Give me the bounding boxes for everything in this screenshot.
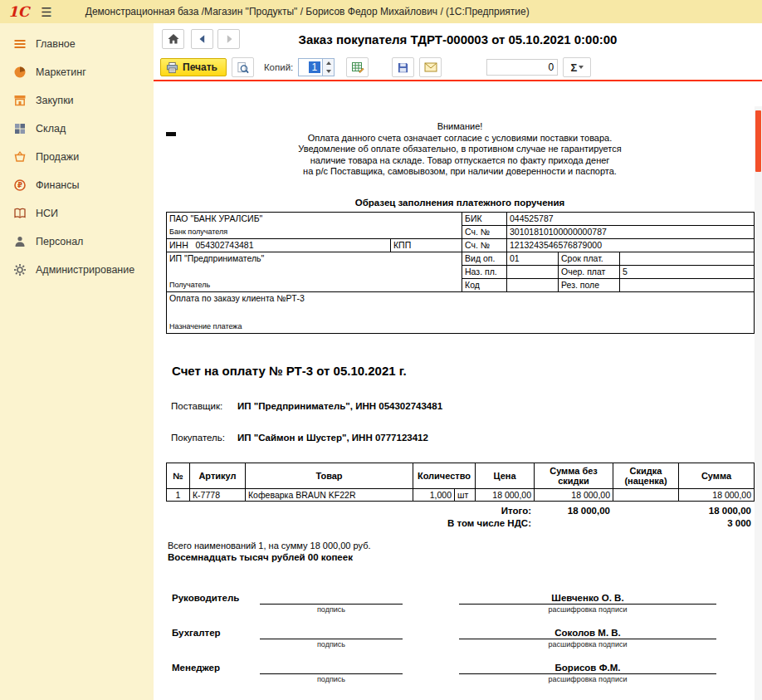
scrollbar-thumb[interactable]: [755, 110, 761, 172]
sidebar-item-personnel[interactable]: Персонал: [0, 228, 154, 256]
copies-value: 1: [309, 61, 321, 73]
copies-decrement-button[interactable]: [323, 67, 334, 76]
amount-in-words: Восемнадцать тысяч рублей 00 копеек: [166, 552, 754, 562]
sidebar-item-label: Финансы: [36, 179, 79, 191]
signature-decrypt-sublabel: расшифровка подписи: [459, 674, 716, 683]
purpose-sublabel: Назначение платежа: [169, 322, 751, 330]
sidebar-item-label: Главное: [36, 38, 76, 50]
cell-sum-no-discount: 18 000,00: [535, 488, 613, 501]
sidebar-item-main[interactable]: Главное: [0, 30, 154, 58]
col-sum: Сумма: [679, 463, 755, 488]
nds-row: В том числе НДС: 3 000: [166, 518, 754, 528]
chevron-down-icon: [579, 66, 584, 69]
printer-icon: [166, 61, 178, 74]
window-title: Заказ покупателя ТДРТ-000003 от 05.10.20…: [154, 32, 762, 47]
cell-unit: шт: [455, 488, 476, 501]
vid-op-label-cell: Вид оп.: [462, 252, 507, 265]
rez-pole-label-cell: Рез. поле: [559, 278, 620, 291]
print-toolbar: Печать Копий: 1 0 Σ: [154, 55, 762, 80]
copies-label: Копий:: [264, 62, 293, 72]
sidebar-item-finance[interactable]: ₽ Финансы: [0, 171, 154, 199]
sidebar-item-label: Администрирование: [36, 264, 134, 276]
nds-value: 3 000: [678, 518, 754, 528]
sidebar-item-label: Продажи: [36, 151, 79, 163]
buyer-value: ИП "Саймон и Шустер", ИНН 0777123412: [237, 433, 428, 443]
form-header: Заказ покупателя ТДРТ-000003 от 05.10.20…: [154, 23, 762, 55]
signature-role: Руководитель: [166, 593, 260, 605]
copies-input[interactable]: 1: [299, 59, 322, 76]
itogo-label: Итого:: [166, 506, 534, 516]
inn-cell: ИНН 054302743481: [167, 238, 391, 252]
save-button[interactable]: [392, 57, 414, 77]
bik-value-cell: 044525787: [507, 212, 755, 225]
sidebar-item-warehouse[interactable]: Склад: [0, 115, 154, 143]
kod-label-cell: Код: [462, 278, 507, 291]
vertical-scrollbar[interactable]: [755, 106, 762, 700]
kod-value-cell: [507, 278, 559, 291]
col-qty: Количество: [413, 463, 476, 488]
autosum-field[interactable]: 0: [486, 59, 558, 76]
sidebar-item-marketing[interactable]: Маркетинг: [0, 58, 154, 86]
edit-table-button[interactable]: [346, 57, 369, 77]
buyer-label: Покупатель:: [171, 433, 237, 443]
col-sum-no-discount: Сумма без скидки: [535, 463, 613, 488]
receiver-cell: ИП "Предприниматель" Получатель: [167, 252, 462, 291]
sidebar-item-sales[interactable]: Продажи: [0, 143, 154, 171]
sidebar-item-label: Закупки: [36, 95, 74, 106]
nds-label: В том числе НДС:: [166, 518, 534, 528]
preview-button[interactable]: [232, 57, 254, 77]
sidebar-item-purchases[interactable]: Закупки: [0, 86, 154, 115]
signature-sublabel: подпись: [260, 639, 403, 649]
srok-plat-label-cell: Срок плат.: [559, 252, 620, 265]
print-button[interactable]: Печать: [160, 58, 227, 76]
attention-block: Внимание! Оплата данного счета означает …: [166, 121, 754, 178]
bank-cell: ПАО "БАНК УРАЛСИБ" Банк получателя: [167, 212, 462, 238]
signature-sublabel: подпись: [260, 605, 403, 614]
floppy-save-icon: [397, 61, 409, 74]
marketing-icon: [13, 66, 27, 79]
cell-discount: [613, 488, 679, 501]
receiver-account-label-cell: Сч. №: [462, 238, 507, 252]
kpp-cell: КПП: [391, 238, 462, 252]
purpose-cell: Оплата по заказу клиента №РТ-3 Назначени…: [167, 291, 755, 333]
signature-role: Бухгалтер: [166, 628, 260, 639]
copies-spin-arrows: [322, 59, 334, 76]
copies-stepper[interactable]: 1: [298, 58, 335, 76]
summary-line: Всего наименований 1, на сумму 18 000,00…: [166, 541, 754, 551]
sum-function-button[interactable]: Σ: [563, 57, 591, 77]
sidebar-item-masterdata[interactable]: НСИ: [0, 199, 154, 228]
copies-increment-button[interactable]: [323, 59, 334, 67]
invoice-title: Счет на оплату № РТ-3 от 05.10.2021 г.: [166, 364, 754, 378]
send-email-button[interactable]: [419, 57, 442, 77]
hamburger-menu-icon[interactable]: ☰: [39, 6, 53, 18]
ocher-plat-value-cell: 5: [620, 265, 755, 278]
forward-button[interactable]: [217, 29, 240, 49]
attention-title: Внимание!: [166, 121, 754, 133]
svg-text:₽: ₽: [17, 181, 22, 189]
receiver-sublabel: Получатель: [169, 281, 459, 289]
sales-icon: [13, 150, 27, 164]
magnifier-icon: [237, 61, 249, 74]
col-product: Товар: [246, 463, 413, 488]
back-button[interactable]: [191, 29, 213, 49]
supplier-label: Поставщик:: [171, 401, 237, 411]
print-button-label: Печать: [183, 61, 217, 73]
home-button[interactable]: [162, 29, 184, 49]
itogo-sum-no-discount: 18 000,00: [534, 506, 613, 516]
invoice-document: Внимание! Оплата данного счета означает …: [166, 121, 754, 683]
supplier-value: ИП "Предприниматель", ИНН 054302743481: [237, 401, 442, 411]
main-area: Заказ покупателя ТДРТ-000003 от 05.10.20…: [154, 23, 762, 700]
signature-name: Борисов Ф.М.: [459, 663, 716, 674]
warehouse-icon: [13, 122, 27, 135]
col-article: Артикул: [190, 463, 246, 488]
purpose-text: Оплата по заказу клиента №РТ-3: [169, 293, 751, 303]
sidebar-item-label: Персонал: [36, 236, 83, 247]
cell-sum: 18 000,00: [679, 488, 755, 501]
srok-plat-value-cell: [620, 252, 755, 265]
signature-sublabel: подпись: [260, 674, 403, 683]
masterdata-icon: [13, 207, 27, 220]
signature-name: Соколов М. В.: [459, 628, 716, 639]
sidebar-item-administration[interactable]: Администрирование: [0, 256, 154, 284]
naz-pl-label-cell: Наз. пл.: [462, 265, 507, 278]
naz-pl-value-cell: [507, 265, 559, 278]
